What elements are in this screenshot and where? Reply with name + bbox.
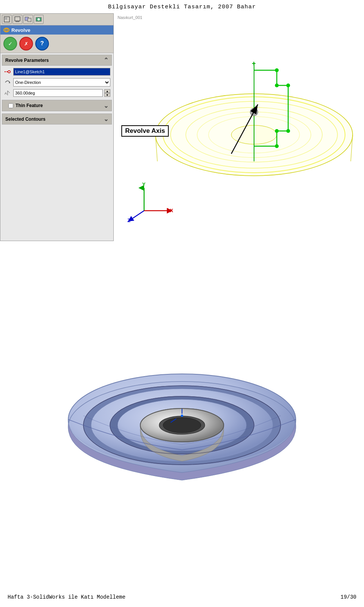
toolbar-btn-3[interactable] <box>23 15 33 24</box>
thin-feature-collapse-icon: ⌄ <box>104 102 108 109</box>
3d-model-svg <box>49 268 315 533</box>
svg-point-53 <box>163 418 201 433</box>
svg-point-56 <box>181 415 183 417</box>
svg-text:Y: Y <box>142 181 146 187</box>
ok-button[interactable]: ✓ <box>3 37 17 50</box>
svg-line-40 <box>133 211 144 218</box>
axis-icon <box>3 68 12 76</box>
viewport-label: Nasıkurt_001 <box>118 15 142 20</box>
toolbar-btn-4[interactable] <box>34 15 44 24</box>
svg-point-25 <box>275 68 279 72</box>
svg-text:+: + <box>252 60 256 68</box>
svg-point-29 <box>275 129 279 133</box>
toolbar-btn-2[interactable] <box>13 15 22 24</box>
svg-point-30 <box>275 144 279 148</box>
svg-point-27 <box>286 84 290 87</box>
svg-text:Z: Z <box>127 218 130 223</box>
page-title: Bilgisayar Destekli Tasarım, 2007 Bahar <box>0 0 364 13</box>
parameters-label: Revolve Parameters <box>5 58 49 63</box>
angle-input[interactable] <box>13 89 103 97</box>
3d-viewport[interactable]: Nasıkurt_001 <box>114 13 364 241</box>
cancel-button[interactable]: ✗ <box>19 37 33 50</box>
page-footer: Hafta 3-SolidWorks ile Katı Modelleme 19… <box>0 591 364 603</box>
top-section: Revolve ✓ ✗ ? Revolve Parameters ⌃ <box>0 13 364 241</box>
panel-title-text: Revolve <box>11 27 30 33</box>
parameters-collapse-icon: ⌃ <box>104 57 108 64</box>
panel-toolbar <box>0 14 113 25</box>
thin-feature-label: Thin Feature <box>16 103 43 108</box>
thin-feature-checkbox[interactable] <box>8 103 13 108</box>
selected-contours-label: Selected Contours <box>5 117 46 122</box>
svg-point-12 <box>8 71 10 73</box>
angle-param-row: A ▲ ▼ <box>0 88 113 98</box>
thin-feature-row: Thin Feature <box>5 102 46 109</box>
footer-right: 19/30 <box>340 594 356 600</box>
parameters-section-header[interactable]: Revolve Parameters ⌃ <box>2 55 112 66</box>
revolve-title-icon <box>3 27 9 33</box>
svg-point-7 <box>38 18 40 20</box>
angle-spin-down[interactable]: ▼ <box>104 93 110 97</box>
svg-rect-1 <box>5 17 7 20</box>
selected-contours-collapse-icon: ⌄ <box>104 115 108 123</box>
panel-buttons: ✓ ✗ ? <box>0 35 113 53</box>
svg-text:X: X <box>170 208 173 213</box>
panel-title-bar: Revolve <box>0 25 113 35</box>
revolve-panel: Revolve ✓ ✗ ? Revolve Parameters ⌃ <box>0 13 114 241</box>
axis-input[interactable] <box>13 68 110 76</box>
direction-icon <box>3 78 12 87</box>
svg-text:A: A <box>5 91 7 95</box>
direction-param-row: One-Direction <box>0 77 113 88</box>
3d-model-section <box>0 241 364 545</box>
svg-point-26 <box>275 84 279 87</box>
revolve-axis-label: Revolve Axis <box>121 125 169 137</box>
axis-param-row <box>0 66 113 77</box>
svg-rect-5 <box>28 18 31 22</box>
direction-select[interactable]: One-Direction <box>13 78 110 87</box>
svg-point-28 <box>286 129 290 133</box>
angle-spin-up[interactable]: ▲ <box>104 89 110 93</box>
angle-icon: A <box>3 89 12 97</box>
svg-rect-2 <box>15 17 20 21</box>
selected-contours-section-header[interactable]: Selected Contours ⌄ <box>2 114 112 125</box>
toolbar-btn-1[interactable] <box>2 15 12 24</box>
footer-left: Hafta 3-SolidWorks ile Katı Modelleme <box>8 594 126 600</box>
angle-spinners: ▲ ▼ <box>104 89 110 97</box>
svg-marker-13 <box>9 82 10 83</box>
thin-feature-section-header[interactable]: Thin Feature ⌄ <box>2 100 112 111</box>
help-button[interactable]: ? <box>35 37 49 50</box>
